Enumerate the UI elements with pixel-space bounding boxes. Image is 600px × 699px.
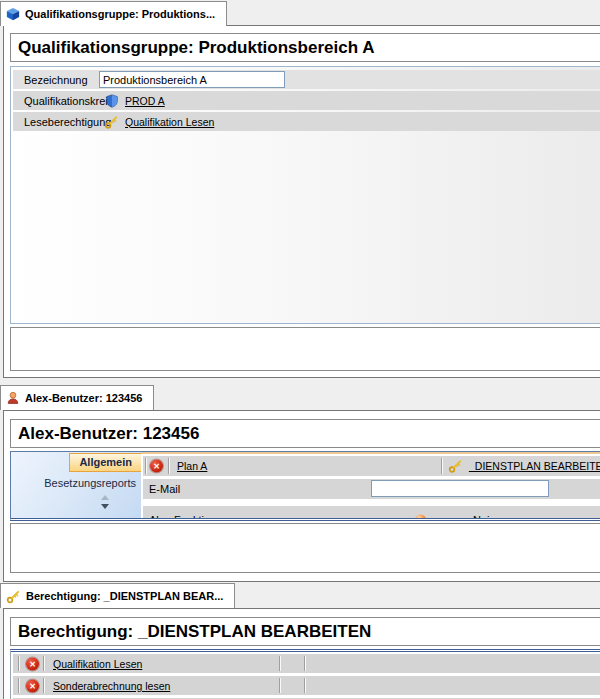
separator bbox=[145, 458, 146, 474]
tab-label: Alex-Benutzer: 123456 bbox=[25, 392, 142, 404]
separator bbox=[168, 458, 169, 474]
partial-row-value: Nein bbox=[473, 514, 496, 521]
tab-alex-benutzer[interactable]: Alex-Benutzer: 123456 bbox=[0, 385, 154, 410]
delete-icon[interactable]: ✕ bbox=[26, 657, 39, 670]
qualifikationskreis-link[interactable]: PROD A bbox=[125, 95, 165, 107]
bezeichnung-input[interactable] bbox=[99, 71, 285, 88]
window-qualifikationsgruppe: Qualifikationsgruppe: Produktionsbereich… bbox=[3, 25, 600, 378]
field-label: Qualifikationskreis bbox=[24, 95, 113, 107]
permission-link[interactable]: Qualifikation Lesen bbox=[53, 658, 142, 670]
separator bbox=[304, 656, 305, 671]
person-icon bbox=[6, 391, 20, 405]
separator bbox=[43, 656, 44, 671]
notes-area bbox=[10, 523, 600, 573]
field-label: Bezeichnung bbox=[24, 74, 88, 86]
delete-icon[interactable]: ✕ bbox=[26, 679, 39, 692]
window-alex-benutzer: Alex-Benutzer: 123456 Allgemein Besetzun… bbox=[3, 410, 600, 582]
key-icon bbox=[448, 459, 463, 474]
email-input[interactable] bbox=[371, 480, 549, 497]
scroll-down-icon[interactable] bbox=[101, 504, 109, 509]
notes-area bbox=[10, 327, 600, 371]
field-row-bezeichnung: Bezeichnung bbox=[13, 70, 600, 89]
fields-panel: Bezeichnung Qualifikationskreis PROD A L… bbox=[10, 66, 600, 324]
sidebar: Allgemein Besetzungsreports bbox=[11, 452, 141, 518]
leseberechtigung-link[interactable]: Qualifikation Lesen bbox=[125, 116, 214, 128]
sidebar-scroll-arrows bbox=[99, 495, 111, 509]
plan-row: ✕ Plan A _DIENSTPLAN BEARBEITEN bbox=[143, 456, 600, 476]
delete-icon[interactable]: ✕ bbox=[150, 460, 163, 473]
page-title: Alex-Benutzer: 123456 bbox=[10, 419, 600, 448]
field-row-leseberechtigung: Leseberechtigung Qualifikation Lesen bbox=[13, 112, 600, 131]
shield-icon bbox=[105, 94, 119, 108]
permission-link[interactable]: Sonderabrechnung lesen bbox=[53, 680, 170, 692]
email-label: E-Mail bbox=[149, 483, 180, 495]
tab-label: Berechtigung: _DIENSTPLAN BEAR... bbox=[26, 590, 223, 602]
separator bbox=[441, 458, 442, 474]
page-title: Berechtigung: _DIENSTPLAN BEARBEITEN bbox=[10, 617, 600, 646]
sidebar-tab-allgemein[interactable]: Allgemein bbox=[69, 453, 141, 472]
dienstplan-permission-link[interactable]: _DIENSTPLAN BEARBEITEN bbox=[469, 460, 600, 472]
field-row-qualifikationskreis: Qualifikationskreis PROD A bbox=[13, 91, 600, 110]
tab-berechtigung[interactable]: Berechtigung: _DIENSTPLAN BEAR... bbox=[0, 583, 235, 608]
sidebar-item-besetzungsreports[interactable]: Besetzungsreports bbox=[44, 477, 136, 489]
separator bbox=[279, 656, 280, 671]
scroll-up-icon[interactable] bbox=[101, 495, 109, 500]
email-row: E-Mail bbox=[143, 479, 600, 499]
partial-row: Alex-Funktion Nein bbox=[143, 506, 600, 521]
key-icon bbox=[104, 114, 119, 129]
status-ball-icon bbox=[415, 515, 426, 522]
key-icon bbox=[6, 589, 21, 604]
tab-qualifikationsgruppe[interactable]: Qualifikationsgruppe: Produktions... bbox=[0, 1, 227, 26]
permissions-panel: ✕ Qualifikation Lesen ✕ Sonderabrechnung… bbox=[10, 649, 600, 699]
partial-row-label: Alex-Funktion bbox=[149, 514, 216, 521]
page-title: Qualifikationsgruppe: Produktionsbereich… bbox=[10, 33, 600, 62]
separator bbox=[304, 678, 305, 693]
tab-label: Qualifikationsgruppe: Produktions... bbox=[25, 8, 215, 20]
permission-row: ✕ Sonderabrechnung lesen bbox=[13, 676, 600, 695]
separator bbox=[43, 678, 44, 693]
cube-icon bbox=[6, 7, 20, 21]
window-berechtigung: Berechtigung: _DIENSTPLAN BEARBEITEN ✕ Q… bbox=[3, 608, 600, 699]
user-detail-panel: Allgemein Besetzungsreports ✕ Plan A bbox=[10, 451, 600, 521]
main-detail-area: ✕ Plan A _DIENSTPLAN BEARBEITEN E-Mail bbox=[141, 452, 600, 518]
field-label: Leseberechtigung bbox=[24, 116, 111, 128]
permission-row: ✕ Qualifikation Lesen bbox=[13, 654, 600, 673]
separator bbox=[279, 678, 280, 693]
separator bbox=[18, 656, 19, 671]
separator bbox=[18, 678, 19, 693]
plan-link[interactable]: Plan A bbox=[177, 460, 207, 472]
